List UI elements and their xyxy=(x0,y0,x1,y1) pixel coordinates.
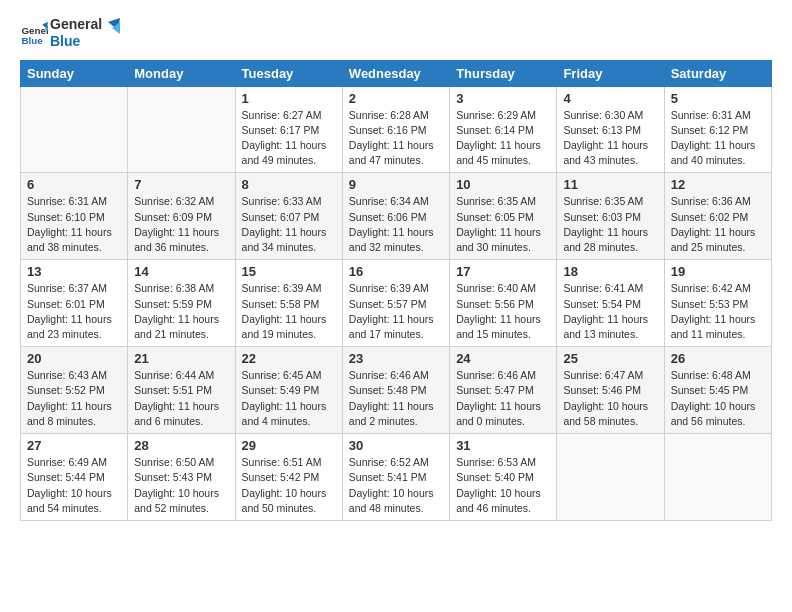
day-info: Sunrise: 6:29 AM Sunset: 6:14 PM Dayligh… xyxy=(456,108,550,169)
day-number: 16 xyxy=(349,264,443,279)
calendar-cell: 5Sunrise: 6:31 AM Sunset: 6:12 PM Daylig… xyxy=(664,86,771,173)
day-info: Sunrise: 6:46 AM Sunset: 5:47 PM Dayligh… xyxy=(456,368,550,429)
day-info: Sunrise: 6:30 AM Sunset: 6:13 PM Dayligh… xyxy=(563,108,657,169)
header: General Blue General Blue xyxy=(20,16,772,50)
calendar-cell: 4Sunrise: 6:30 AM Sunset: 6:13 PM Daylig… xyxy=(557,86,664,173)
calendar-cell: 22Sunrise: 6:45 AM Sunset: 5:49 PM Dayli… xyxy=(235,347,342,434)
svg-text:Blue: Blue xyxy=(21,35,43,46)
calendar-cell: 31Sunrise: 6:53 AM Sunset: 5:40 PM Dayli… xyxy=(450,434,557,521)
calendar-cell: 15Sunrise: 6:39 AM Sunset: 5:58 PM Dayli… xyxy=(235,260,342,347)
day-number: 19 xyxy=(671,264,765,279)
weekday-header-saturday: Saturday xyxy=(664,60,771,86)
calendar-cell: 21Sunrise: 6:44 AM Sunset: 5:51 PM Dayli… xyxy=(128,347,235,434)
day-info: Sunrise: 6:39 AM Sunset: 5:57 PM Dayligh… xyxy=(349,281,443,342)
day-number: 29 xyxy=(242,438,336,453)
calendar-cell xyxy=(21,86,128,173)
logo-general: General xyxy=(50,16,102,33)
calendar-cell: 29Sunrise: 6:51 AM Sunset: 5:42 PM Dayli… xyxy=(235,434,342,521)
calendar-cell: 9Sunrise: 6:34 AM Sunset: 6:06 PM Daylig… xyxy=(342,173,449,260)
day-number: 4 xyxy=(563,91,657,106)
calendar-week-row: 20Sunrise: 6:43 AM Sunset: 5:52 PM Dayli… xyxy=(21,347,772,434)
day-info: Sunrise: 6:47 AM Sunset: 5:46 PM Dayligh… xyxy=(563,368,657,429)
weekday-header-wednesday: Wednesday xyxy=(342,60,449,86)
logo-bird-icon xyxy=(98,18,120,40)
day-info: Sunrise: 6:32 AM Sunset: 6:09 PM Dayligh… xyxy=(134,194,228,255)
day-number: 21 xyxy=(134,351,228,366)
calendar-body: 1Sunrise: 6:27 AM Sunset: 6:17 PM Daylig… xyxy=(21,86,772,520)
day-info: Sunrise: 6:33 AM Sunset: 6:07 PM Dayligh… xyxy=(242,194,336,255)
day-info: Sunrise: 6:37 AM Sunset: 6:01 PM Dayligh… xyxy=(27,281,121,342)
calendar-cell: 18Sunrise: 6:41 AM Sunset: 5:54 PM Dayli… xyxy=(557,260,664,347)
day-number: 12 xyxy=(671,177,765,192)
calendar-cell: 19Sunrise: 6:42 AM Sunset: 5:53 PM Dayli… xyxy=(664,260,771,347)
calendar-cell: 13Sunrise: 6:37 AM Sunset: 6:01 PM Dayli… xyxy=(21,260,128,347)
calendar-week-row: 27Sunrise: 6:49 AM Sunset: 5:44 PM Dayli… xyxy=(21,434,772,521)
day-number: 9 xyxy=(349,177,443,192)
day-info: Sunrise: 6:36 AM Sunset: 6:02 PM Dayligh… xyxy=(671,194,765,255)
calendar-cell: 16Sunrise: 6:39 AM Sunset: 5:57 PM Dayli… xyxy=(342,260,449,347)
calendar-cell: 11Sunrise: 6:35 AM Sunset: 6:03 PM Dayli… xyxy=(557,173,664,260)
calendar-header: SundayMondayTuesdayWednesdayThursdayFrid… xyxy=(21,60,772,86)
calendar-cell: 6Sunrise: 6:31 AM Sunset: 6:10 PM Daylig… xyxy=(21,173,128,260)
calendar-table: SundayMondayTuesdayWednesdayThursdayFrid… xyxy=(20,60,772,521)
day-info: Sunrise: 6:40 AM Sunset: 5:56 PM Dayligh… xyxy=(456,281,550,342)
calendar-cell: 27Sunrise: 6:49 AM Sunset: 5:44 PM Dayli… xyxy=(21,434,128,521)
calendar-cell: 17Sunrise: 6:40 AM Sunset: 5:56 PM Dayli… xyxy=(450,260,557,347)
calendar-week-row: 6Sunrise: 6:31 AM Sunset: 6:10 PM Daylig… xyxy=(21,173,772,260)
day-info: Sunrise: 6:43 AM Sunset: 5:52 PM Dayligh… xyxy=(27,368,121,429)
day-number: 10 xyxy=(456,177,550,192)
calendar-week-row: 13Sunrise: 6:37 AM Sunset: 6:01 PM Dayli… xyxy=(21,260,772,347)
day-number: 6 xyxy=(27,177,121,192)
day-info: Sunrise: 6:31 AM Sunset: 6:10 PM Dayligh… xyxy=(27,194,121,255)
day-number: 8 xyxy=(242,177,336,192)
day-number: 2 xyxy=(349,91,443,106)
weekday-header-monday: Monday xyxy=(128,60,235,86)
day-info: Sunrise: 6:53 AM Sunset: 5:40 PM Dayligh… xyxy=(456,455,550,516)
day-number: 31 xyxy=(456,438,550,453)
day-info: Sunrise: 6:51 AM Sunset: 5:42 PM Dayligh… xyxy=(242,455,336,516)
calendar-cell: 1Sunrise: 6:27 AM Sunset: 6:17 PM Daylig… xyxy=(235,86,342,173)
calendar-cell: 8Sunrise: 6:33 AM Sunset: 6:07 PM Daylig… xyxy=(235,173,342,260)
day-number: 14 xyxy=(134,264,228,279)
day-number: 11 xyxy=(563,177,657,192)
page: General Blue General Blue SundayMondayTu… xyxy=(0,0,792,612)
weekday-header-row: SundayMondayTuesdayWednesdayThursdayFrid… xyxy=(21,60,772,86)
day-info: Sunrise: 6:31 AM Sunset: 6:12 PM Dayligh… xyxy=(671,108,765,169)
day-info: Sunrise: 6:38 AM Sunset: 5:59 PM Dayligh… xyxy=(134,281,228,342)
day-number: 28 xyxy=(134,438,228,453)
day-number: 13 xyxy=(27,264,121,279)
weekday-header-sunday: Sunday xyxy=(21,60,128,86)
day-info: Sunrise: 6:39 AM Sunset: 5:58 PM Dayligh… xyxy=(242,281,336,342)
logo-icon: General Blue xyxy=(20,19,48,47)
day-info: Sunrise: 6:50 AM Sunset: 5:43 PM Dayligh… xyxy=(134,455,228,516)
day-info: Sunrise: 6:34 AM Sunset: 6:06 PM Dayligh… xyxy=(349,194,443,255)
logo: General Blue General Blue xyxy=(20,16,120,50)
weekday-header-tuesday: Tuesday xyxy=(235,60,342,86)
day-number: 3 xyxy=(456,91,550,106)
day-info: Sunrise: 6:35 AM Sunset: 6:05 PM Dayligh… xyxy=(456,194,550,255)
day-number: 1 xyxy=(242,91,336,106)
calendar-cell: 28Sunrise: 6:50 AM Sunset: 5:43 PM Dayli… xyxy=(128,434,235,521)
calendar-cell xyxy=(128,86,235,173)
day-info: Sunrise: 6:41 AM Sunset: 5:54 PM Dayligh… xyxy=(563,281,657,342)
day-number: 18 xyxy=(563,264,657,279)
day-info: Sunrise: 6:48 AM Sunset: 5:45 PM Dayligh… xyxy=(671,368,765,429)
day-info: Sunrise: 6:46 AM Sunset: 5:48 PM Dayligh… xyxy=(349,368,443,429)
day-number: 17 xyxy=(456,264,550,279)
calendar-cell: 26Sunrise: 6:48 AM Sunset: 5:45 PM Dayli… xyxy=(664,347,771,434)
calendar-week-row: 1Sunrise: 6:27 AM Sunset: 6:17 PM Daylig… xyxy=(21,86,772,173)
calendar-cell: 20Sunrise: 6:43 AM Sunset: 5:52 PM Dayli… xyxy=(21,347,128,434)
day-number: 27 xyxy=(27,438,121,453)
day-number: 5 xyxy=(671,91,765,106)
weekday-header-friday: Friday xyxy=(557,60,664,86)
calendar-cell: 30Sunrise: 6:52 AM Sunset: 5:41 PM Dayli… xyxy=(342,434,449,521)
calendar-cell xyxy=(557,434,664,521)
logo-blue: Blue xyxy=(50,33,102,50)
calendar-cell: 24Sunrise: 6:46 AM Sunset: 5:47 PM Dayli… xyxy=(450,347,557,434)
day-info: Sunrise: 6:35 AM Sunset: 6:03 PM Dayligh… xyxy=(563,194,657,255)
day-number: 23 xyxy=(349,351,443,366)
calendar-cell: 10Sunrise: 6:35 AM Sunset: 6:05 PM Dayli… xyxy=(450,173,557,260)
day-number: 26 xyxy=(671,351,765,366)
calendar-cell: 25Sunrise: 6:47 AM Sunset: 5:46 PM Dayli… xyxy=(557,347,664,434)
day-info: Sunrise: 6:42 AM Sunset: 5:53 PM Dayligh… xyxy=(671,281,765,342)
